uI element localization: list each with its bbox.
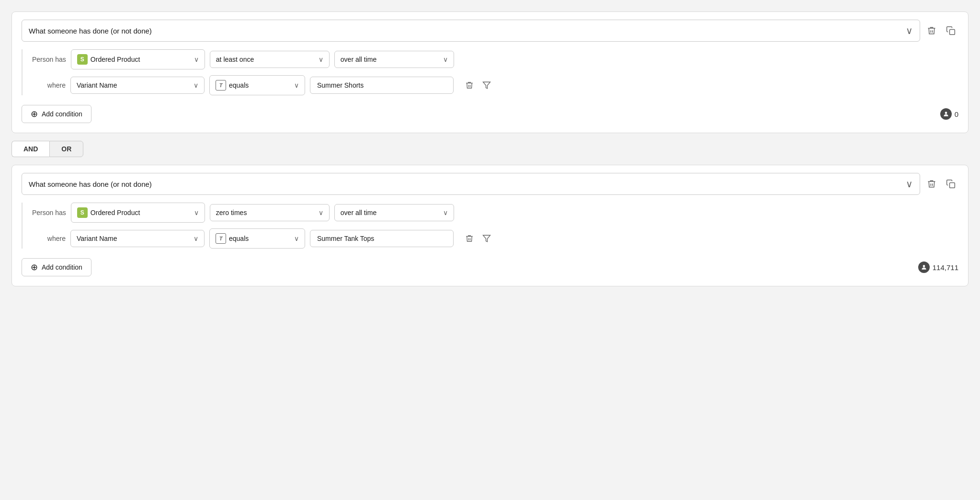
what-someone-done-select-1[interactable]: What someone has done (or not done) ∨	[22, 20, 920, 42]
time-value-2: over all time	[341, 209, 376, 216]
where-label-2: where	[32, 235, 66, 242]
conditions-body-1: Person has S Ordered Product ∨ at least …	[22, 49, 958, 95]
variant-value-2: Variant Name	[77, 235, 117, 242]
delete-where-button-1[interactable]	[462, 79, 477, 91]
or-button[interactable]: OR	[49, 141, 83, 157]
product-select-value-2: Ordered Product	[91, 209, 140, 216]
person-has-label-1: Person has	[32, 56, 66, 63]
product-select-value-1: Ordered Product	[91, 56, 140, 63]
shopify-icon-2: S	[77, 207, 88, 218]
value-input-2[interactable]	[310, 230, 454, 247]
product-select-2[interactable]: S Ordered Product ∨	[71, 203, 205, 223]
where-row-actions-2	[462, 232, 494, 245]
operator-select-2[interactable]: T equals ∨	[209, 228, 305, 249]
and-button[interactable]: AND	[11, 141, 49, 157]
filter-where-button-2[interactable]	[479, 232, 494, 245]
what-someone-done-label-1: What someone has done (or not done)	[29, 27, 152, 35]
svg-rect-3	[950, 183, 955, 188]
person-has-label-2: Person has	[32, 209, 66, 216]
text-type-icon-2: T	[216, 233, 226, 244]
block-header-2: What someone has done (or not done) ∨	[22, 173, 958, 195]
delete-block-button-2[interactable]	[924, 177, 939, 191]
text-type-icon-1: T	[216, 80, 226, 91]
svg-marker-1	[483, 82, 490, 89]
add-condition-button-1[interactable]: ⊕ Add condition	[22, 105, 91, 123]
count-value-1: 0	[955, 110, 958, 118]
operator-value-2: equals	[229, 235, 249, 242]
add-condition-button-2[interactable]: ⊕ Add condition	[22, 258, 91, 276]
svg-rect-0	[950, 30, 955, 35]
logic-buttons: AND OR	[11, 141, 969, 157]
condition-block-2: What someone has done (or not done) ∨ Pe…	[11, 165, 969, 286]
block-footer-2: ⊕ Add condition 114,711	[22, 258, 958, 276]
product-select-1[interactable]: S Ordered Product ∨	[71, 49, 205, 69]
conditions-body-2: Person has S Ordered Product ∨ zero time…	[22, 203, 958, 249]
count-display-2: 114,711	[918, 261, 958, 273]
person-has-row-1: Person has S Ordered Product ∨ at least …	[32, 49, 958, 69]
person-has-row-2: Person has S Ordered Product ∨ zero time…	[32, 203, 958, 223]
count-value-2: 114,711	[933, 263, 958, 272]
where-row-1: where Variant Name ∨ T equals ∨	[32, 75, 958, 95]
frequency-select-2[interactable]: zero times ∨	[210, 204, 330, 221]
chevron-down-icon-2: ∨	[906, 178, 913, 190]
block-footer-1: ⊕ Add condition 0	[22, 105, 958, 123]
variant-select-1[interactable]: Variant Name ∨	[70, 77, 205, 94]
time-chevron-2: ∨	[443, 209, 448, 216]
svg-point-5	[923, 265, 925, 267]
operator-select-1[interactable]: T equals ∨	[209, 75, 305, 95]
time-value-1: over all time	[341, 56, 376, 63]
user-icon-1	[940, 108, 952, 120]
chevron-down-icon-1: ∨	[906, 25, 913, 36]
add-condition-label-1: Add condition	[42, 110, 82, 118]
delete-block-button-1[interactable]	[924, 24, 939, 37]
frequency-chevron-1: ∨	[319, 56, 323, 63]
variant-value-1: Variant Name	[77, 81, 117, 89]
operator-value-1: equals	[229, 81, 249, 89]
svg-point-2	[945, 112, 947, 114]
frequency-chevron-2: ∨	[319, 209, 323, 216]
frequency-value-2: zero times	[216, 209, 247, 216]
add-condition-label-2: Add condition	[42, 263, 82, 271]
frequency-select-1[interactable]: at least once ∨	[210, 51, 330, 68]
operator-chevron-2: ∨	[294, 235, 299, 242]
copy-block-button-2[interactable]	[943, 177, 958, 191]
copy-block-button-1[interactable]	[943, 24, 958, 37]
product-chevron-2: ∨	[194, 209, 199, 216]
where-row-2: where Variant Name ∨ T equals ∨	[32, 228, 958, 249]
filter-where-button-1[interactable]	[479, 79, 494, 91]
block-header-1: What someone has done (or not done) ∨	[22, 20, 958, 42]
variant-chevron-1: ∨	[194, 81, 198, 89]
time-chevron-1: ∨	[443, 56, 448, 63]
variant-select-2[interactable]: Variant Name ∨	[70, 230, 205, 247]
plus-icon-2: ⊕	[31, 263, 38, 272]
delete-where-button-2[interactable]	[462, 232, 477, 245]
value-input-1[interactable]	[310, 77, 454, 94]
where-label-1: where	[32, 81, 66, 89]
plus-icon-1: ⊕	[31, 110, 38, 118]
user-icon-2	[918, 261, 930, 273]
what-someone-done-label-2: What someone has done (or not done)	[29, 180, 152, 188]
product-chevron-1: ∨	[194, 56, 199, 63]
svg-marker-4	[483, 235, 490, 242]
operator-chevron-1: ∨	[294, 81, 299, 89]
time-select-2[interactable]: over all time ∨	[334, 204, 454, 221]
time-select-1[interactable]: over all time ∨	[334, 51, 454, 68]
shopify-icon-1: S	[77, 54, 88, 65]
count-display-1: 0	[940, 108, 958, 120]
variant-chevron-2: ∨	[194, 235, 198, 242]
what-someone-done-select-2[interactable]: What someone has done (or not done) ∨	[22, 173, 920, 195]
condition-block-1: What someone has done (or not done) ∨ Pe…	[11, 11, 969, 133]
where-row-actions-1	[462, 79, 494, 91]
frequency-value-1: at least once	[216, 56, 254, 63]
